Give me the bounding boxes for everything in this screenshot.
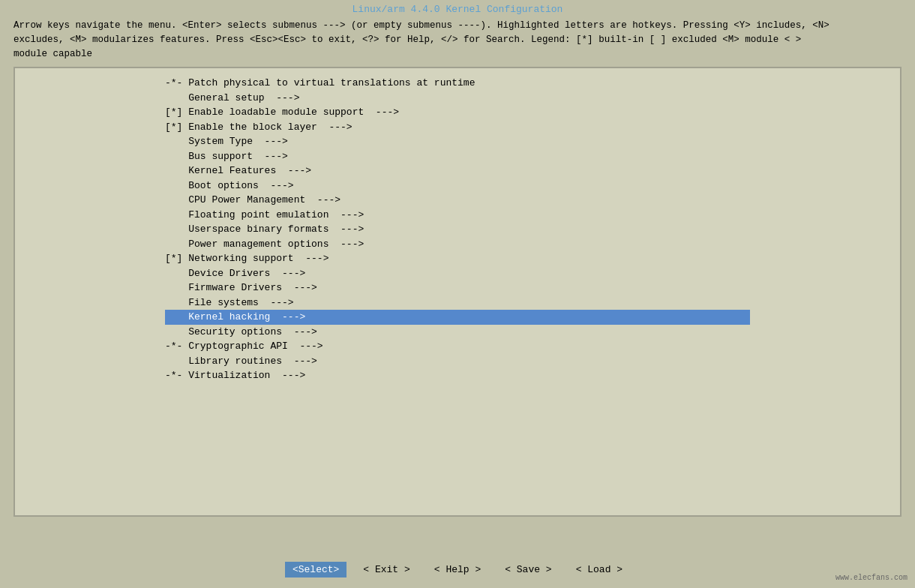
menu-item-boot-options[interactable]: Boot options ---> (165, 178, 750, 194)
menu-item-cpu-power[interactable]: CPU Power Management ---> (165, 193, 750, 208)
menu-item-bus-support[interactable]: Bus support ---> (165, 149, 750, 164)
help-line-1: Arrow keys navigate the menu. <Enter> se… (14, 19, 902, 33)
menu-item-patch[interactable]: -*- Patch physical to virtual translatio… (165, 76, 750, 91)
help-button[interactable]: < Help > (427, 562, 488, 578)
menu-wrapper: -*- Patch physical to virtual translatio… (15, 68, 900, 383)
bottom-bar: <Select> < Exit > < Help > < Save > < Lo… (0, 550, 915, 588)
menu-item-virtualization[interactable]: -*- Virtualization ---> (165, 368, 750, 383)
menu-item-kernel-hacking[interactable]: Kernel hacking ---> (165, 310, 750, 325)
exit-button[interactable]: < Exit > (356, 562, 417, 578)
menu-item-file-systems[interactable]: File systems ---> (165, 296, 750, 310)
menu-item-device-drivers[interactable]: Device Drivers ---> (165, 266, 750, 281)
menu-item-kernel-features[interactable]: Kernel Features ---> (165, 164, 750, 178)
menu-item-floating-point[interactable]: Floating point emulation ---> (165, 208, 750, 223)
help-text: Arrow keys navigate the menu. <Enter> se… (0, 17, 915, 67)
menu-item-block-layer[interactable]: [*] Enable the block layer ---> (165, 120, 750, 135)
menu-item-security-options[interactable]: Security options ---> (165, 325, 750, 340)
help-line-3: module capable (14, 47, 902, 62)
menu-item-userspace-binary[interactable]: Userspace binary formats ---> (165, 222, 750, 237)
title-bar: Linux/arm 4.4.0 Kernel Configuration (0, 0, 915, 17)
menu-item-system-type[interactable]: System Type ---> (165, 134, 750, 149)
save-button[interactable]: < Save > (497, 562, 559, 578)
load-button[interactable]: < Load > (568, 562, 630, 578)
menu-item-firmware-drivers[interactable]: Firmware Drivers ---> (165, 280, 750, 296)
main-panel: -*- Patch physical to virtual translatio… (14, 67, 902, 517)
menu-item-general-setup[interactable]: General setup ---> (165, 91, 750, 106)
watermark: www.elecfans.com (836, 574, 908, 582)
menu-item-cryptographic-api[interactable]: -*- Cryptographic API ---> (165, 339, 750, 354)
menu-item-power-management[interactable]: Power management options ---> (165, 237, 750, 252)
menu-item-networking-support[interactable]: [*] Networking support ---> (165, 251, 750, 266)
help-line-2: excludes, <M> modularizes features. Pres… (14, 33, 902, 47)
menu-item-loadable-module[interactable]: [*] Enable loadable module support ---> (165, 105, 750, 120)
menu-item-library-routines[interactable]: Library routines ---> (165, 354, 750, 369)
select-button[interactable]: <Select> (285, 562, 346, 578)
app-title: Linux/arm 4.4.0 Kernel Configuration (352, 4, 563, 15)
